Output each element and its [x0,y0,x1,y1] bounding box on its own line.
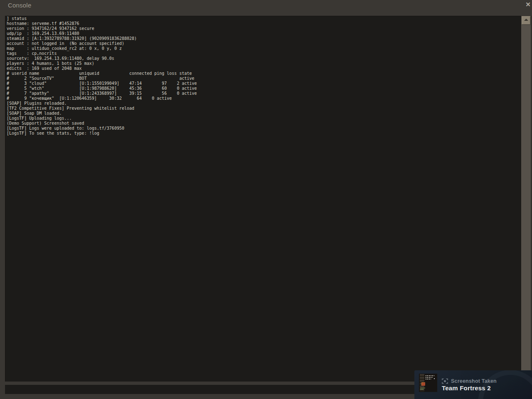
thumbnail-text-speck [426,377,433,378]
thumbnail-green-line [420,388,425,388]
toast-game-title: Team Fortress 2 [442,384,491,392]
console-window: Console ✕ ] status hostname: serveme.tf … [0,0,532,399]
window-title: Console [8,2,31,9]
console-output[interactable]: ] status hostname: serveme.tf #1452876 v… [5,16,521,382]
screenshot-thumbnail [419,374,437,392]
console-text: ] status hostname: serveme.tf #1452876 v… [7,16,197,136]
thumbnail-green-line [420,389,424,389]
up-arrow-icon [524,19,528,21]
console-scrollbar[interactable] [521,16,531,382]
toast-status-row: Screenshot Taken [442,378,497,384]
scrollbar-thumb[interactable] [521,25,531,382]
thumbnail-text-speck [426,379,431,379]
thumbnail-text-speck [426,375,434,376]
close-icon[interactable]: ✕ [524,0,532,9]
thumbnail-logo-spot [421,382,425,386]
scroll-up-button[interactable] [521,16,531,25]
steam-notification[interactable]: Screenshot Taken Team Fortress 2 [414,370,532,399]
screenshot-camera-icon [442,378,448,384]
thumbnail-text-speck [434,378,435,379]
toast-status-text: Screenshot Taken [451,378,497,384]
